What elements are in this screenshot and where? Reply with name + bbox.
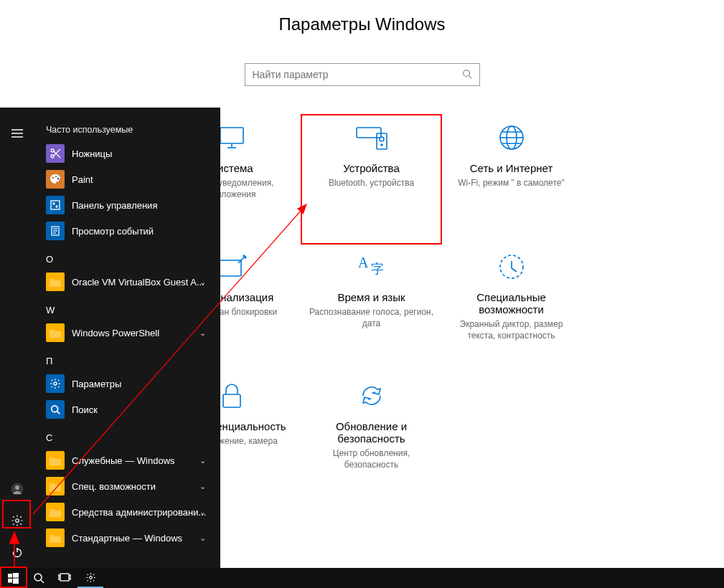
svg-point-31: [52, 177, 54, 179]
power-button[interactable]: [0, 536, 34, 568]
app-item[interactable]: Средства администрировани...⌄: [36, 499, 213, 525]
app-label: Стандартные — Windows: [72, 533, 213, 544]
tile-title: Специальные возможности: [447, 291, 575, 316]
start-app-list: Часто используемыеНожницыPaintПанель упр…: [36, 120, 213, 568]
letter-header[interactable]: П: [46, 356, 213, 366]
tile-title: Устройства: [343, 162, 399, 174]
svg-point-9: [381, 144, 382, 146]
chevron-down-icon: ⌄: [199, 482, 206, 491]
app-item[interactable]: Поиск: [36, 397, 213, 422]
svg-rect-51: [58, 575, 60, 579]
chevron-down-icon: ⌄: [199, 278, 206, 287]
devices-icon: [355, 122, 388, 153]
taskbar-search-button[interactable]: [26, 568, 52, 588]
svg-text:A: A: [358, 255, 369, 270]
app-item[interactable]: Oracle VM VirtualBox Guest A...⌄: [36, 269, 213, 295]
app-label: Панель управления: [72, 200, 213, 211]
app-item[interactable]: Панель управления: [36, 192, 213, 218]
user-button[interactable]: [0, 473, 34, 505]
tile-desc: Wi-Fi, режим " в самолете": [458, 177, 564, 189]
letter-header[interactable]: С: [46, 432, 213, 443]
app-item[interactable]: Windows PowerShell⌄: [36, 320, 213, 346]
folder-icon: [46, 451, 65, 470]
page-title: Параметры Windows: [0, 14, 724, 34]
timelang-icon: A字: [357, 251, 387, 283]
taskbar-settings-button[interactable]: [77, 568, 103, 588]
most-used-header: Часто используемые: [46, 125, 213, 135]
system-icon: [217, 122, 246, 153]
app-label: Параметры: [72, 379, 213, 389]
start-menu: Часто используемыеНожницыPaintПанель упр…: [0, 108, 220, 568]
svg-rect-44: [8, 574, 12, 578]
personalization-icon: [217, 251, 247, 283]
start-left-rail: [0, 108, 34, 568]
control-panel-icon: [46, 196, 65, 214]
app-item[interactable]: Стандартные — Windows⌄: [36, 525, 213, 551]
taskbar-taskview-button[interactable]: [52, 568, 77, 588]
folder-icon: [46, 323, 65, 342]
svg-point-33: [57, 178, 59, 179]
settings-tile-network[interactable]: Сеть и Интернет Wi-Fi, режим " в самолет…: [441, 115, 581, 244]
search-icon: [46, 400, 65, 419]
network-icon: [497, 122, 526, 153]
tile-title: Обновление и безопасность: [307, 420, 436, 445]
app-label: Поиск: [72, 404, 213, 415]
app-item[interactable]: Paint: [36, 166, 213, 192]
taskbar: [0, 568, 724, 588]
folder-icon: [46, 477, 65, 495]
chevron-down-icon: ⌄: [199, 508, 206, 517]
svg-rect-34: [51, 201, 60, 209]
svg-rect-47: [13, 578, 19, 584]
svg-line-49: [41, 580, 44, 583]
app-item[interactable]: Параметры: [36, 371, 213, 397]
svg-rect-13: [220, 260, 241, 276]
settings-tile-devices[interactable]: Устройства Bluetooth, устройства: [301, 115, 441, 244]
search-box[interactable]: [245, 63, 480, 86]
svg-point-48: [34, 574, 42, 581]
privacy-icon: [219, 380, 245, 412]
chevron-down-icon: ⌄: [199, 328, 206, 338]
settings-tile-timelang[interactable]: A字 Время и язык Распознавание голоса, ре…: [301, 244, 441, 373]
svg-point-28: [51, 155, 54, 158]
svg-point-36: [56, 206, 57, 207]
settings-rail-button[interactable]: [0, 505, 34, 536]
event-viewer-icon: [46, 222, 65, 240]
gear-icon: [46, 374, 65, 393]
tile-desc: Распознавание голоса, регион, дата: [307, 306, 436, 329]
svg-point-35: [53, 203, 55, 204]
search-input[interactable]: [253, 69, 462, 80]
app-item[interactable]: Спец. возможности⌄: [36, 473, 213, 499]
ease-icon: [497, 251, 526, 283]
svg-point-53: [89, 576, 92, 579]
app-label: Ножницы: [72, 148, 213, 159]
app-item[interactable]: Просмотр событий: [36, 218, 213, 244]
app-label: Windows PowerShell: [72, 328, 213, 338]
svg-point-32: [55, 176, 57, 177]
paint-icon: [46, 170, 65, 189]
app-item[interactable]: Служебные — Windows⌄: [36, 447, 213, 473]
folder-icon: [46, 272, 65, 291]
settings-tile-update[interactable]: Обновление и безопасность Центр обновлен…: [301, 373, 441, 502]
settings-tiles: Система Экран, уведомления, приложения У…: [161, 115, 713, 502]
app-label: Спец. возможности: [72, 481, 213, 492]
tile-desc: Центр обновления, безопасность: [307, 447, 436, 470]
svg-rect-18: [223, 394, 240, 407]
app-label: Paint: [72, 174, 213, 185]
svg-rect-52: [70, 575, 71, 579]
settings-tile-ease[interactable]: Специальные возможности Экранный диктор,…: [441, 244, 581, 373]
app-label: Oracle VM VirtualBox Guest A...: [72, 277, 213, 288]
chevron-down-icon: ⌄: [199, 456, 206, 465]
taskbar-start-button[interactable]: [0, 568, 26, 588]
app-label: Средства администрировани...: [72, 507, 213, 518]
letter-header[interactable]: O: [46, 254, 213, 265]
letter-header[interactable]: W: [46, 305, 213, 316]
hamburger-button[interactable]: [0, 116, 34, 151]
svg-line-43: [57, 412, 60, 414]
tile-desc: Bluetooth, устройства: [329, 177, 414, 189]
svg-point-41: [54, 382, 57, 385]
search-icon: [462, 69, 472, 81]
chevron-down-icon: ⌄: [199, 534, 206, 543]
app-label: Просмотр событий: [72, 226, 213, 237]
scissors-icon: [46, 144, 65, 163]
app-item[interactable]: Ножницы: [36, 141, 213, 166]
